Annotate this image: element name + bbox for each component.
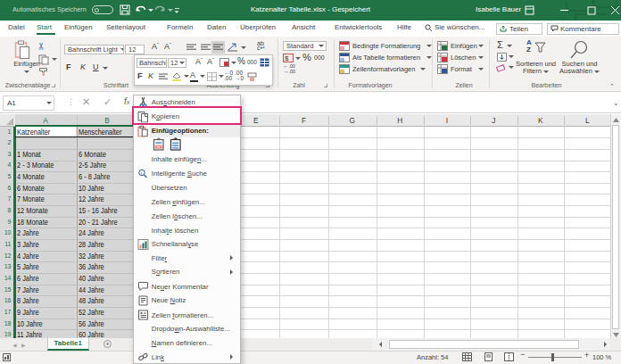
svg-text:$: $	[285, 54, 289, 62]
svg-text:i: i	[141, 170, 142, 175]
